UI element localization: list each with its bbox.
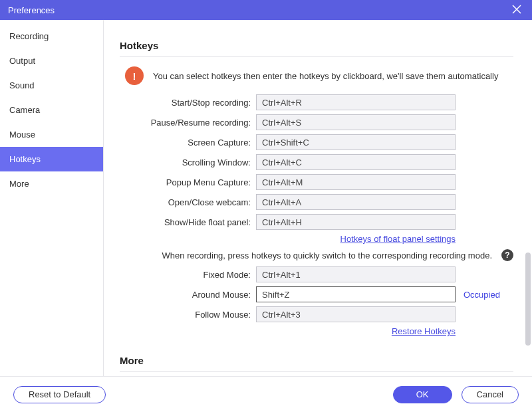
info-text: You can select hotkeys then enter the ho… <box>153 71 498 81</box>
input-popup-menu[interactable] <box>256 174 456 190</box>
sidebar-item-output[interactable]: Output <box>0 49 103 73</box>
section-heading-hotkeys: Hotkeys <box>120 36 513 57</box>
sidebar-item-sound[interactable]: Sound <box>0 73 103 98</box>
cancel-button[interactable]: Cancel <box>462 386 519 403</box>
input-follow-mouse[interactable] <box>256 306 456 322</box>
help-icon[interactable]: ? <box>501 249 513 261</box>
label-float-panel: Show/Hide float panel: <box>120 217 256 227</box>
scrollbar-thumb[interactable] <box>525 253 531 346</box>
sidebar-item-hotkeys[interactable]: Hotkeys <box>0 147 103 171</box>
label-follow-mouse: Follow Mouse: <box>120 310 256 320</box>
sidebar: Recording Output Sound Camera Mouse Hotk… <box>0 20 104 376</box>
input-webcam[interactable] <box>256 194 456 210</box>
footer: Reset to Default OK Cancel <box>0 376 532 412</box>
link-float-panel-settings[interactable]: Hotkeys of float panel settings <box>340 234 456 244</box>
input-float-panel[interactable] <box>256 214 456 230</box>
occupied-badge: Occupied <box>464 290 500 300</box>
label-pause-resume: Pause/Resume recording: <box>120 118 256 128</box>
label-fixed-mode: Fixed Mode: <box>120 270 256 280</box>
input-scrolling-window[interactable] <box>256 154 456 170</box>
info-row: ! You can select hotkeys then enter the … <box>125 66 513 85</box>
close-icon[interactable] <box>509 2 524 19</box>
sidebar-item-more[interactable]: More <box>0 171 103 196</box>
label-scrolling-window: Scrolling Window: <box>120 157 256 167</box>
sidebar-item-mouse[interactable]: Mouse <box>0 122 103 147</box>
input-fixed-mode[interactable] <box>256 266 456 282</box>
sidebar-item-camera[interactable]: Camera <box>0 98 103 122</box>
input-screen-capture[interactable] <box>256 134 456 150</box>
mode-hint-text: When recording, press hotkeys to quickly… <box>125 251 496 260</box>
window-title: Preferences <box>8 5 55 15</box>
reset-to-default-button[interactable]: Reset to Default <box>13 386 106 403</box>
input-pause-resume[interactable] <box>256 114 456 130</box>
alert-icon: ! <box>125 66 144 85</box>
ok-button[interactable]: OK <box>393 386 452 403</box>
section-heading-more: More <box>120 351 513 372</box>
label-popup-menu: Popup Menu Capture: <box>120 177 256 187</box>
link-restore-hotkeys[interactable]: Restore Hotkeys <box>392 326 456 336</box>
label-around-mouse: Around Mouse: <box>120 290 256 300</box>
content-panel: Hotkeys ! You can select hotkeys then en… <box>104 20 532 376</box>
input-around-mouse[interactable] <box>256 286 456 302</box>
label-webcam: Open/Close webcam: <box>120 197 256 207</box>
titlebar: Preferences <box>0 0 532 20</box>
label-start-stop: Start/Stop recording: <box>120 98 256 108</box>
sidebar-item-recording[interactable]: Recording <box>0 24 103 49</box>
label-screen-capture: Screen Capture: <box>120 138 256 148</box>
input-start-stop[interactable] <box>256 94 456 110</box>
